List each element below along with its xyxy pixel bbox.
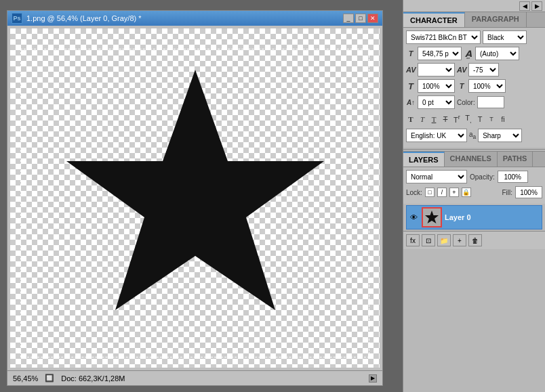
close-button[interactable]: ✕ (367, 14, 378, 23)
italic-icon[interactable]: T (418, 114, 427, 124)
lock-move-icon[interactable]: + (449, 188, 459, 197)
window-title: 1.png @ 56,4% (Layer 0, Gray/8) * (26, 14, 142, 22)
layer-visibility-eye[interactable]: 👁 (408, 212, 419, 223)
scale-v-icon: T (406, 81, 416, 91)
tab-character[interactable]: CHARACTER (403, 12, 465, 27)
tracking-icon: AV (457, 66, 466, 74)
lock-row: Lock: □ / + 🔒 Fill: (406, 186, 542, 198)
ligature-icon[interactable]: fi (498, 114, 508, 124)
scale-h-select[interactable]: 100% (468, 79, 506, 93)
superscript-icon[interactable]: Tr (452, 113, 462, 125)
character-panel-content: Swis721 BlkCn BT Black T 548,75 pt A̤ (A… (403, 28, 545, 148)
panel-divider (403, 149, 545, 150)
font-size-select[interactable]: 548,75 pt (418, 47, 462, 60)
fill-input[interactable] (515, 186, 542, 198)
lock-label: Lock: (406, 189, 422, 196)
size-leading-row: T 548,75 pt A̤ (Auto) (406, 47, 542, 60)
font-style-select[interactable]: Black (483, 30, 527, 44)
opacity-input[interactable]: 100% (498, 171, 528, 183)
font-name-select[interactable]: Swis721 BlkCn BT (406, 30, 481, 44)
status-bar: 56,45% 🔲 Doc: 662,3K/1,28M ▶ (7, 370, 382, 385)
create-group-btn[interactable]: 📁 (437, 234, 451, 246)
layers-tabs: LAYERS CHANNELS PATHS (403, 151, 545, 167)
opacity-label: Opacity: (470, 173, 495, 181)
layers-controls: Normal Opacity: 100% Lock: □ / + 🔒 Fill: (403, 167, 545, 204)
svg-marker-0 (66, 70, 324, 310)
delete-layer-btn[interactable]: 🗑 (468, 234, 482, 246)
tab-paths[interactable]: PATHS (498, 152, 533, 167)
tracking-select[interactable]: -75 (468, 63, 499, 77)
fill-label: Fill: (502, 189, 512, 196)
tab-channels[interactable]: CHANNELS (445, 152, 498, 167)
layer-thumb-inner (423, 209, 441, 226)
font-size-icon: T (406, 49, 416, 58)
baseline-icon: A↑ (406, 99, 416, 106)
scroll-down-btn[interactable]: ▶ (531, 1, 542, 11)
add-style-btn[interactable]: fx (406, 234, 420, 246)
font-row: Swis721 BlkCn BT Black (406, 30, 542, 44)
language-select[interactable]: English: UK (406, 129, 467, 142)
layer-star-preview (424, 210, 439, 225)
scale-v-select[interactable]: 100% (418, 79, 455, 93)
scale-h-icon: T (457, 82, 466, 90)
star-shape (53, 56, 338, 341)
canvas-area (10, 28, 380, 368)
leading-icon: A̤ (464, 49, 473, 59)
lang-aa-row: English: UK aa Sharp (406, 129, 542, 142)
kern-track-row: AV AV -75 (406, 63, 542, 77)
panel-bottom-buttons: fx ⊡ 📁 + 🗑 (403, 231, 545, 249)
create-layer-btn[interactable]: + (453, 234, 466, 246)
scroll-right[interactable]: ▶ (369, 374, 377, 383)
tab-paragraph[interactable]: PARAGRAPH (465, 12, 527, 27)
star-container (10, 28, 380, 368)
title-bar: Ps 1.png @ 56,4% (Layer 0, Gray/8) * _ □… (7, 11, 382, 26)
title-bar-left: Ps 1.png @ 56,4% (Layer 0, Gray/8) * (12, 13, 142, 24)
window-controls: _ □ ✕ (343, 14, 378, 23)
bold-icon[interactable]: T (406, 114, 416, 124)
main-window: Ps 1.png @ 56,4% (Layer 0, Gray/8) * _ □… (7, 10, 383, 386)
color-label: Color: (457, 99, 475, 106)
doc-size: Doc: 662,3K/1,28M (61, 374, 362, 383)
scroll-up-btn[interactable]: ◀ (519, 1, 530, 11)
blend-mode-select[interactable]: Normal (406, 170, 467, 183)
aa-label: aa (469, 131, 476, 140)
blend-opacity-row: Normal Opacity: 100% (406, 170, 542, 183)
lock-paint-icon[interactable]: / (437, 188, 447, 197)
color-swatch[interactable] (477, 96, 504, 108)
lock-all-icon[interactable]: 🔒 (462, 188, 471, 197)
strikethrough-icon[interactable]: T (441, 114, 450, 124)
add-mask-btn[interactable]: ⊡ (422, 234, 435, 246)
typo-style-row: T T T T Tr T, T T fi (406, 112, 542, 126)
smallcaps-icon[interactable]: T (487, 115, 496, 123)
scale-row: T 100% T 100% (406, 79, 542, 93)
status-icon: 🔲 (45, 374, 54, 383)
svg-marker-1 (425, 211, 439, 223)
underline-icon[interactable]: T (429, 114, 439, 124)
allcaps-icon[interactable]: T (475, 114, 485, 124)
baseline-select[interactable]: 0 pt (418, 95, 455, 109)
tab-layers[interactable]: LAYERS (403, 152, 445, 167)
baseline-color-row: A↑ 0 pt Color: (406, 95, 542, 109)
lock-pixels-icon[interactable]: □ (425, 188, 435, 197)
right-panel: ◀ ▶ CHARACTER PARAGRAPH Swis721 BlkCn BT… (403, 0, 545, 392)
maximize-button[interactable]: □ (355, 14, 366, 23)
panel-scrollbar: ◀ ▶ (403, 0, 545, 12)
character-tabs: CHARACTER PARAGRAPH (403, 12, 545, 28)
aa-select[interactable]: Sharp (478, 129, 522, 142)
subscript-icon[interactable]: T, (464, 113, 473, 125)
layer-item-0[interactable]: 👁 Layer 0 (406, 205, 542, 230)
photoshop-logo: Ps (12, 13, 22, 24)
leading-select[interactable]: (Auto) (475, 47, 519, 60)
layer-thumbnail (422, 207, 442, 227)
zoom-level: 56,45% (13, 374, 38, 383)
kerning-icon: AV (406, 66, 416, 74)
layer-name: Layer 0 (445, 213, 471, 221)
kerning-select[interactable] (418, 63, 455, 77)
minimize-button[interactable]: _ (343, 14, 354, 23)
